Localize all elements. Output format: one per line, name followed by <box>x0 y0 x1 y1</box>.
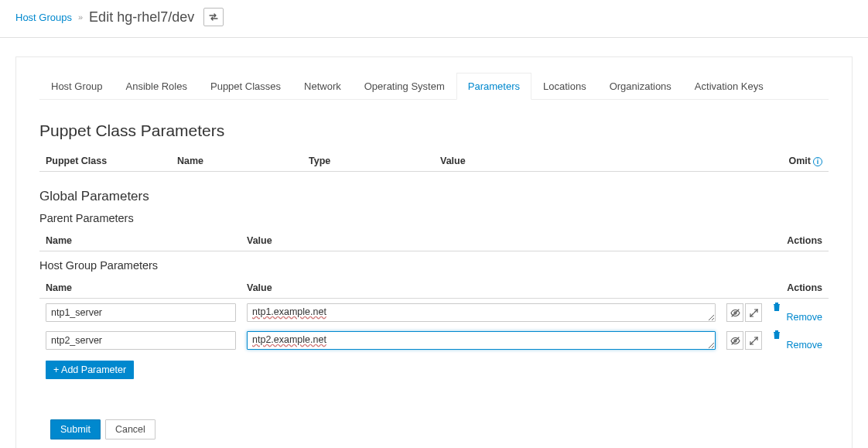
swap-icon <box>209 13 218 21</box>
puppet-table-header: Puppet Class Name Type Value Omiti <box>39 151 829 172</box>
hide-value-button[interactable] <box>726 303 743 322</box>
param-row: ntp1.example.net Remove <box>39 299 829 327</box>
expand-value-button[interactable] <box>745 303 762 322</box>
tab-locations[interactable]: Locations <box>531 73 598 100</box>
swap-button[interactable] <box>203 8 224 26</box>
tab-parameters[interactable]: Parameters <box>456 73 531 100</box>
parent-params-heading: Parent Parameters <box>39 212 829 224</box>
global-params-heading: Global Parameters <box>39 189 829 204</box>
tab-puppet-classes[interactable]: Puppet Classes <box>199 73 292 100</box>
remove-label: Remove <box>786 312 822 323</box>
trash-icon <box>773 303 822 311</box>
form-actions: Submit Cancel <box>39 419 829 439</box>
col-omit: Omiti <box>776 156 822 166</box>
param-row: ntp2.example.net Remove <box>39 327 829 354</box>
panel: Host GroupAnsible RolesPuppet ClassesNet… <box>15 56 853 448</box>
parent-table-header: Name Value Actions <box>39 231 829 251</box>
remove-param-link[interactable]: Remove <box>773 330 822 351</box>
hg-table-header: Name Value Actions <box>39 278 829 299</box>
param-value-input[interactable]: ntp1.example.net <box>247 303 716 322</box>
tab-network[interactable]: Network <box>292 73 353 100</box>
breadcrumb-separator: » <box>78 12 83 22</box>
tab-activation-keys[interactable]: Activation Keys <box>683 73 775 100</box>
col-value: Value <box>247 235 768 246</box>
param-name-input[interactable] <box>46 331 236 350</box>
eye-slash-icon <box>730 337 740 345</box>
breadcrumb-root-link[interactable]: Host Groups <box>15 12 72 23</box>
expand-icon <box>750 337 758 345</box>
hg-rows: ntp1.example.net Removentp2.example.net … <box>39 299 829 354</box>
col-value: Value <box>247 282 768 293</box>
eye-slash-icon <box>730 309 740 317</box>
expand-icon <box>750 309 758 317</box>
col-name: Name <box>46 282 247 293</box>
breadcrumb: Host Groups » Edit hg-rhel7/dev <box>0 0 868 38</box>
tab-organizations[interactable]: Organizations <box>598 73 683 100</box>
col-actions: Actions <box>768 282 822 293</box>
expand-value-button[interactable] <box>745 331 762 350</box>
submit-button[interactable]: Submit <box>50 419 101 439</box>
tab-host-group[interactable]: Host Group <box>39 73 114 100</box>
remove-label: Remove <box>786 340 822 351</box>
tab-operating-system[interactable]: Operating System <box>353 73 456 100</box>
tabs: Host GroupAnsible RolesPuppet ClassesNet… <box>39 73 829 100</box>
hg-params-heading: Host Group Parameters <box>39 259 829 272</box>
info-icon[interactable]: i <box>813 157 822 166</box>
col-actions: Actions <box>768 235 822 246</box>
puppet-params-heading: Puppet Class Parameters <box>39 121 829 140</box>
remove-param-link[interactable]: Remove <box>773 303 822 323</box>
col-type: Type <box>309 156 440 166</box>
tab-ansible-roles[interactable]: Ansible Roles <box>114 73 199 100</box>
cancel-button[interactable]: Cancel <box>105 419 155 439</box>
col-puppet-class: Puppet Class <box>46 156 177 166</box>
trash-icon <box>773 330 822 339</box>
param-value-input[interactable]: ntp2.example.net <box>247 331 716 350</box>
hide-value-button[interactable] <box>726 331 743 350</box>
page-title: Edit hg-rhel7/dev <box>89 9 194 26</box>
add-parameter-button[interactable]: + Add Parameter <box>46 361 134 379</box>
col-name: Name <box>177 156 309 166</box>
col-value: Value <box>440 156 776 166</box>
param-name-input[interactable] <box>46 303 236 322</box>
col-name: Name <box>46 235 247 246</box>
